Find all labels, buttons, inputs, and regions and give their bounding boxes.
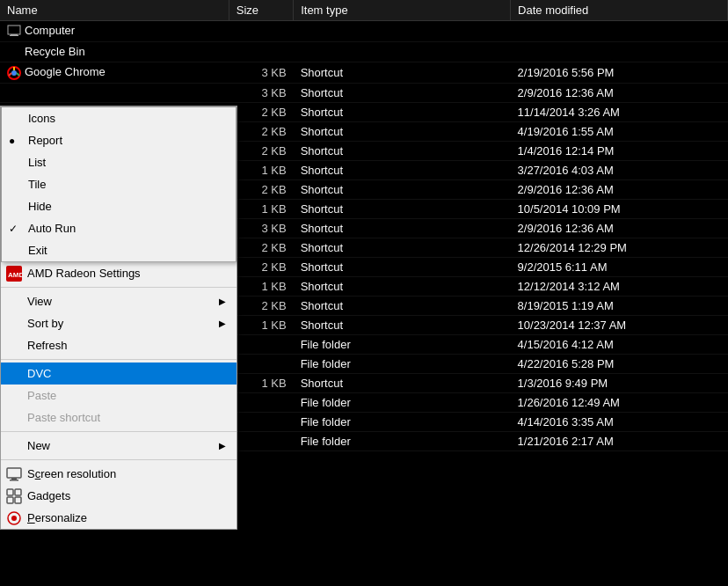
cell-date: 2/9/2016 12:36 AM <box>511 179 728 199</box>
svg-rect-11 <box>7 468 21 478</box>
view-list[interactable]: List <box>2 151 236 173</box>
menu-refresh[interactable]: Refresh <box>1 334 237 356</box>
cell-type: Shortcut <box>294 121 511 141</box>
separator-3 <box>1 431 237 432</box>
view-autorun[interactable]: ✓ Auto Run <box>2 217 236 239</box>
table-row[interactable]: 3 KBShortcut2/9/2016 12:36 AM <box>0 83 728 102</box>
cell-date: 10/5/2014 10:09 PM <box>511 199 728 218</box>
dvc-label: DVC <box>27 367 51 380</box>
cell-size: 2 KB <box>229 257 293 276</box>
svg-rect-13 <box>10 480 18 481</box>
table-header-row: Name Size Item type Date modified <box>0 0 728 21</box>
sortby-arrow: ▶ <box>219 319 226 328</box>
screen-icon <box>6 466 22 482</box>
cell-date: 11/14/2014 3:26 AM <box>511 102 728 121</box>
col-name[interactable]: Name <box>0 0 229 21</box>
cell-date: 4/19/2016 1:55 AM <box>511 121 728 141</box>
cell-size: 2 KB <box>229 179 293 199</box>
col-type[interactable]: Item type <box>294 0 511 21</box>
view-report-label: Report <box>28 134 62 147</box>
cell-date: 1/4/2016 12:14 PM <box>511 141 728 160</box>
personalize-icon <box>6 510 22 526</box>
cell-name: Computer <box>0 21 229 42</box>
cell-type: Shortcut <box>294 160 511 179</box>
cell-type: Shortcut <box>294 62 511 84</box>
new-label: New <box>27 439 50 452</box>
view-icons[interactable]: Icons <box>2 107 236 129</box>
separator-4 <box>1 459 237 460</box>
cell-name: Google Chrome <box>0 62 229 84</box>
menu-gadgets[interactable]: Gadgets <box>1 485 237 507</box>
amd-icon: AMD <box>6 266 22 282</box>
view-tile-label: Tile <box>28 178 46 191</box>
svg-rect-16 <box>7 497 13 503</box>
cell-type: Shortcut <box>294 102 511 121</box>
col-size[interactable]: Size <box>229 0 293 21</box>
separator-2 <box>1 359 237 360</box>
cell-size: 3 KB <box>229 83 293 102</box>
gadgets-icon <box>6 488 22 504</box>
cell-date: 9/2/2015 6:11 AM <box>511 257 728 276</box>
cell-date: 2/9/2016 12:36 AM <box>511 218 728 238</box>
cell-name: ♻Recycle Bin <box>0 41 229 62</box>
cell-size <box>229 21 293 42</box>
svg-text:AMD: AMD <box>8 271 22 279</box>
cell-date: 4/14/2016 3:35 AM <box>511 412 728 431</box>
view-list-label: List <box>28 156 46 169</box>
svg-rect-17 <box>15 497 21 503</box>
report-check: ● <box>9 135 15 147</box>
cell-date: 4/22/2016 5:28 PM <box>511 354 728 373</box>
menu-dvc[interactable]: DVC <box>1 363 237 385</box>
svg-rect-0 <box>8 26 20 34</box>
view-exit[interactable]: Exit <box>2 239 236 261</box>
amd-radeon-settings[interactable]: AMD AMD Radeon Settings <box>1 262 237 284</box>
view-tile[interactable]: Tile <box>2 173 236 195</box>
cell-date: 3/27/2016 4:03 AM <box>511 160 728 179</box>
table-row[interactable]: ♻Recycle Bin <box>0 41 728 62</box>
cell-name <box>0 83 229 102</box>
sortby-label: Sort by <box>27 317 63 330</box>
menu-sortby[interactable]: Sort by ▶ <box>1 312 237 334</box>
view-hide[interactable]: Hide <box>2 195 236 217</box>
cell-date: 2/9/2016 12:36 AM <box>511 83 728 102</box>
view-hide-label: Hide <box>28 200 52 213</box>
svg-point-19 <box>11 516 17 521</box>
svg-rect-2 <box>10 35 18 36</box>
cell-size <box>229 392 293 412</box>
menu-personalize[interactable]: Personalize <box>1 507 237 529</box>
gadgets-label: Gadgets <box>27 489 70 502</box>
table-row[interactable]: Computer <box>0 21 728 42</box>
personalize-label: Personalize <box>27 511 87 524</box>
menu-paste-shortcut: Paste shortcut <box>1 407 237 429</box>
cell-type: File folder <box>294 412 511 431</box>
cell-size: 2 KB <box>229 102 293 121</box>
cell-size: 3 KB <box>229 218 293 238</box>
cell-type: File folder <box>294 392 511 412</box>
menu-screen-resolution[interactable]: Screen resolution <box>1 463 237 485</box>
table-row[interactable]: Google Chrome3 KBShortcut2/19/2016 5:56 … <box>0 62 728 84</box>
col-date[interactable]: Date modified <box>511 0 728 21</box>
cell-size: 1 KB <box>229 199 293 218</box>
autorun-check: ✓ <box>9 223 18 235</box>
cell-date: 12/12/2014 3:12 AM <box>511 276 728 296</box>
cell-size: 2 KB <box>229 141 293 160</box>
cell-date: 12/26/2014 12:29 PM <box>511 238 728 257</box>
cell-type: File folder <box>294 431 511 450</box>
view-submenu: Icons ● Report List Tile Hide ✓ Auto Run… <box>1 106 237 262</box>
cell-size: 2 KB <box>229 296 293 315</box>
svg-line-8 <box>9 73 11 76</box>
cell-size: 3 KB <box>229 62 293 84</box>
cell-type: File folder <box>294 354 511 373</box>
svg-line-7 <box>17 73 19 76</box>
cell-type: Shortcut <box>294 179 511 199</box>
view-autorun-label: Auto Run <box>28 222 76 235</box>
cell-size <box>229 41 293 62</box>
cell-size: 1 KB <box>229 315 293 334</box>
svg-point-5 <box>11 70 17 76</box>
new-arrow: ▶ <box>219 441 226 450</box>
separator-1 <box>1 287 237 288</box>
view-report[interactable]: ● Report <box>2 129 236 151</box>
screen-label: Screen resolution <box>27 467 116 480</box>
menu-new[interactable]: New ▶ <box>1 435 237 457</box>
menu-view[interactable]: View ▶ <box>1 290 237 312</box>
